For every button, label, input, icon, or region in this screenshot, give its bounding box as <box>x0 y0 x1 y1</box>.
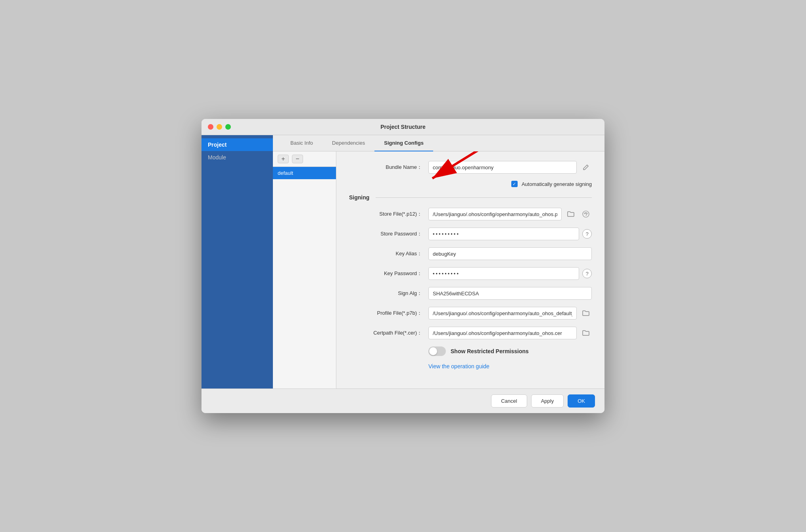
store-file-label: Store File(*.p12)： <box>349 211 428 218</box>
profile-file-row: Profile File(*.p7b)： <box>349 307 592 320</box>
store-password-help-button[interactable]: ? <box>582 229 592 239</box>
show-restricted-label: Show Restricted Permissions <box>451 348 529 354</box>
store-file-row: Store File(*.p12)： <box>349 208 592 220</box>
remove-config-button[interactable]: − <box>292 155 303 163</box>
auto-sign-row: ✓ Automatically generate signing <box>349 181 592 187</box>
certpath-file-field-wrapper <box>428 327 592 339</box>
store-file-fingerprint-button[interactable] <box>580 208 592 220</box>
sign-alg-label: Sign Alg： <box>349 290 428 297</box>
operation-guide-link[interactable]: View the operation guide <box>349 363 592 369</box>
tab-dependencies[interactable]: Dependencies <box>322 135 374 151</box>
key-alias-label: Key Alias： <box>349 250 428 257</box>
list-toolbar: + − <box>273 151 336 167</box>
minimize-button[interactable] <box>217 124 222 130</box>
key-password-input[interactable] <box>428 267 579 280</box>
store-password-input[interactable] <box>428 228 579 240</box>
toggle-thumb <box>429 347 437 355</box>
list-panel: + − default <box>273 151 336 388</box>
window-title: Project Structure <box>380 124 426 130</box>
certpath-file-row: Certpath File(*.cer)： <box>349 327 592 339</box>
sidebar-item-project[interactable]: Project <box>202 138 273 151</box>
right-panel: Basic Info Dependencies Signing Configs … <box>273 135 604 388</box>
main-content: Project Module Basic Info Dependencies S… <box>202 135 604 388</box>
key-password-help-button[interactable]: ? <box>582 269 592 278</box>
bundle-name-field-wrapper <box>428 161 592 174</box>
key-password-label: Key Password： <box>349 270 428 277</box>
key-alias-row: Key Alias： <box>349 247 592 260</box>
close-button[interactable] <box>208 124 213 130</box>
maximize-button[interactable] <box>225 124 231 130</box>
store-password-row: Store Password： ? <box>349 228 592 240</box>
sign-alg-row: Sign Alg： <box>349 287 592 300</box>
sidebar-item-module[interactable]: Module <box>202 151 273 164</box>
list-item-default[interactable]: default <box>273 167 336 179</box>
store-file-field-wrapper <box>428 208 592 220</box>
bundle-name-input[interactable] <box>428 161 577 174</box>
sidebar: Project Module <box>202 135 273 388</box>
show-restricted-row: Show Restricted Permissions <box>349 346 592 356</box>
store-file-browse-button[interactable] <box>565 208 577 220</box>
form-panel: Bundle Name： ✓ Aut <box>336 151 604 388</box>
key-alias-input[interactable] <box>428 247 592 260</box>
signing-section-divider: Signing <box>349 194 592 201</box>
profile-file-browse-button[interactable] <box>580 307 592 319</box>
key-password-row: Key Password： ? <box>349 267 592 280</box>
apply-button[interactable]: Apply <box>531 394 564 408</box>
key-password-field-wrapper: ? <box>428 267 592 280</box>
bundle-name-edit-button[interactable] <box>580 161 592 173</box>
titlebar: Project Structure <box>202 119 604 135</box>
tab-signing-configs[interactable]: Signing Configs <box>374 135 433 151</box>
add-config-button[interactable]: + <box>278 155 289 163</box>
auto-sign-label: Automatically generate signing <box>522 181 592 187</box>
profile-file-label: Profile File(*.p7b)： <box>349 310 428 317</box>
profile-file-field-wrapper <box>428 307 592 320</box>
store-file-input[interactable] <box>428 208 562 220</box>
content-area: + − default Bundle Name： <box>273 151 604 388</box>
ok-button[interactable]: OK <box>568 394 595 408</box>
bundle-name-label: Bundle Name： <box>349 164 428 171</box>
project-structure-window: Project Structure Project Module Basic I… <box>202 119 604 413</box>
certpath-file-browse-button[interactable] <box>580 327 592 339</box>
store-password-label: Store Password： <box>349 230 428 237</box>
certpath-file-label: Certpath File(*.cer)： <box>349 329 428 337</box>
cancel-button[interactable]: Cancel <box>491 394 527 408</box>
traffic-lights <box>208 124 231 130</box>
sign-alg-input[interactable] <box>428 287 592 300</box>
tab-bar: Basic Info Dependencies Signing Configs <box>273 135 604 151</box>
show-restricted-toggle[interactable] <box>428 346 446 356</box>
tab-basic-info[interactable]: Basic Info <box>281 135 322 151</box>
bottom-bar: Cancel Apply OK <box>202 388 604 413</box>
divider-line <box>376 197 592 198</box>
bundle-name-row: Bundle Name： <box>349 161 592 174</box>
store-password-field-wrapper: ? <box>428 228 592 240</box>
signing-section-title: Signing <box>349 194 369 201</box>
auto-sign-checkbox[interactable]: ✓ <box>511 181 518 187</box>
profile-file-input[interactable] <box>428 307 577 320</box>
certpath-file-input[interactable] <box>428 327 577 339</box>
